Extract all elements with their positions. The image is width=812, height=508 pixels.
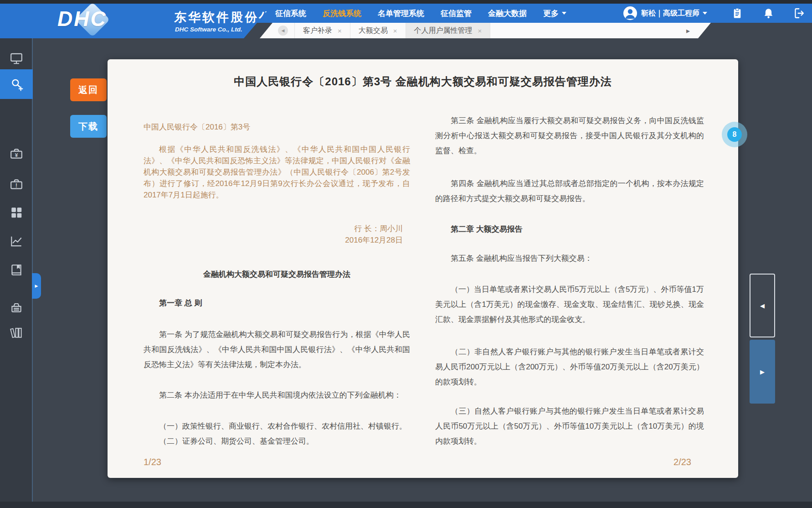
notification-badge[interactable]: 8 [722,122,747,147]
bell-icon[interactable] [762,7,775,20]
window-top-strip [0,0,812,4]
page-number-right: 2/23 [435,456,704,468]
nav-item-credit-system[interactable]: 征信系统 [275,8,306,19]
open-tabs: 客户补录 × 大额交易 × 个人用户属性管理 × [294,23,490,38]
app-window: DHC 东华软件股份公司 DHC Software Co., Ltd. 征信系统… [0,0,812,508]
brand-acronym: DHC [57,6,107,31]
chevron-right-icon: ▸ [686,27,690,35]
svg-text:¥: ¥ [15,152,18,158]
decree-signature: 行 长：周小川 [144,223,410,234]
chart-icon [10,234,23,248]
window-bottom-strip [0,502,812,508]
tab-customer-supplement[interactable]: 客户补录 × [294,23,350,38]
tab-large-transaction[interactable]: 大额交易 × [350,23,406,38]
user-name-role[interactable]: 靳松｜高级工程师 [641,9,699,18]
user-avatar-icon[interactable] [623,6,637,20]
user-cluster: 靳松｜高级工程师 [623,4,806,23]
page-number-left: 1/23 [144,456,410,468]
article-4: 第四条 金融机构应当通过其总部或者总部指定的一个机构，按本办法规定的路径和方式提… [435,176,704,206]
article-3: 第三条 金融机构应当履行大额交易和可疑交易报告义务，向中国反洗钱监测分析中心报送… [435,113,704,158]
back-button[interactable]: 返回 [70,78,107,101]
close-icon[interactable]: × [338,27,342,35]
sidebar-item-apps-grid[interactable] [0,200,33,225]
tab-strip: ◀ 客户补录 × 大额交易 × 个人用户属性管理 × ▸ [260,23,711,38]
document-title: 中国人民银行令〔2016〕第3号 金融机构大额交易和可疑交易报告管理办法 [108,74,738,89]
close-icon[interactable]: × [478,27,482,35]
sidebar-item-book[interactable] [0,257,33,283]
article-5-item-2: （二）非自然人客户银行账户与其他的银行账户发生当日单笔或者累计交易人民币200万… [435,344,704,389]
article-5: 第五条 金融机构应当报告下列大额交易： [435,251,704,266]
book-icon [10,263,23,277]
tab-scroll-right-button[interactable]: ▸ [686,26,690,35]
grid-icon [10,206,23,219]
nav-item-aml-system[interactable]: 反洗钱系统 [323,8,361,19]
article-2-item-2: （二）证券公司、期货公司、基金管理公司。 [144,434,410,449]
chevron-right-icon: ▶ [760,368,765,375]
user-search-icon [10,78,23,91]
download-button[interactable]: 下载 [70,115,107,138]
decree-sign-date: 2016年12月28日 [144,234,410,246]
tab-personal-user-attributes[interactable]: 个人用户属性管理 × [406,23,491,38]
chevron-down-icon[interactable] [703,12,707,15]
next-page-button[interactable]: ▶ [750,340,775,404]
nav-item-list-management[interactable]: 名单管理系统 [378,8,424,19]
chapter-1-heading: 第一章 总 则 [144,295,410,311]
sidebar-expand-flap[interactable]: ▶ [32,273,41,299]
svg-text:!: ! [15,182,17,189]
tab-scroll-left-button[interactable]: ◀ [278,26,288,36]
monitor-icon [10,52,23,65]
chevron-right-icon: ▶ [35,284,38,288]
sidebar-item-cash-case[interactable]: ¥ [0,141,33,166]
sidebar-item-library[interactable] [0,320,33,345]
article-5-item-3: （三）自然人客户银行账户与其他的银行账户发生当日单笔或者累计交易人民币50万元以… [435,404,704,449]
decree-number: 中国人民银行令〔2016〕第3号 [144,121,410,133]
logout-icon[interactable] [793,7,806,20]
decree-preamble: 根据《中华人民共和国反洗钱法》、《中华人民共和国中国人民银行法》、《中华人民共和… [144,144,410,201]
article-5-item-1: （一）当日单笔或者累计交易人民币5万元以上（含5万元）、外币等值1万美元以上（含… [435,282,704,327]
measures-heading: 金融机构大额交易和可疑交易报告管理办法 [144,267,410,282]
article-2: 第二条 本办法适用于在中华人民共和国境内依法设立的下列金融机构： [144,388,410,403]
nav-item-more[interactable]: 更多 [543,8,566,19]
sidebar-item-archive[interactable] [0,295,33,320]
chevron-left-icon: ◀ [760,302,765,309]
sidebar: ¥ ! ▶ [0,38,33,508]
nav-item-big-data[interactable]: 金融大数据 [488,8,527,19]
article-1: 第一条 为了规范金融机构大额交易和可疑交易报告行为，根据《中华人民共和国反洗钱法… [144,327,410,372]
sidebar-item-alert-case[interactable]: ! [0,171,33,197]
clipboard-icon[interactable] [731,7,744,20]
nav-item-credit-supervision[interactable]: 征信监管 [441,8,472,19]
chevron-down-icon [562,12,566,15]
sidebar-item-user-search[interactable] [0,69,33,99]
sidebar-item-analytics[interactable] [0,228,33,254]
badge-count: 8 [727,127,742,142]
brand-logo: DHC 东华软件股份公司 DHC Software Co., Ltd. [0,4,273,38]
close-icon[interactable]: × [393,27,397,35]
previous-page-button[interactable]: ◀ [750,274,775,337]
library-icon [10,326,23,339]
sidebar-item-monitor[interactable] [0,46,33,71]
document-viewer: 中国人民银行令〔2016〕第3号 金融机构大额交易和可疑交易报告管理办法 中国人… [108,59,738,478]
archive-icon [10,301,23,314]
main-nav: 征信系统 反洗钱系统 名单管理系统 征信监管 金融大数据 更多 [275,4,566,23]
case-alert-icon: ! [10,177,23,191]
article-2-item-1: （一）政策性银行、商业银行、农村合作银行、农村信用社、村镇银行。 [144,419,410,434]
chapter-2-heading: 第二章 大额交易报告 [435,222,704,237]
company-tagline: DHC Software Co., Ltd. [175,26,242,33]
chevron-left-icon: ◀ [282,28,285,33]
case-yen-icon: ¥ [10,147,23,161]
